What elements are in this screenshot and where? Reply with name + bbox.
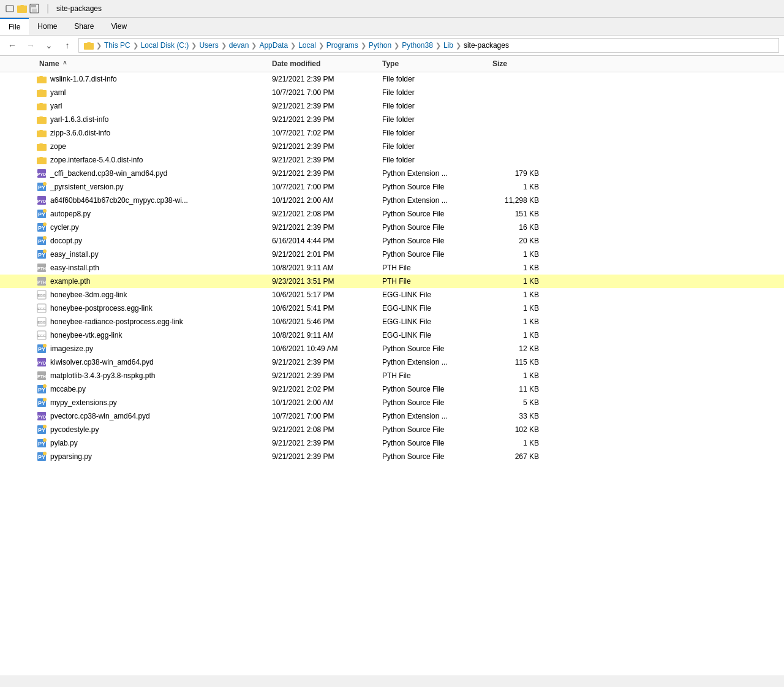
table-row[interactable]: PYD _cffi_backend.cp38-win_amd64.pyd 9/2… [0, 167, 784, 180]
breadcrumb-programs[interactable]: Programs [326, 41, 358, 50]
file-type-cell: PTH File [380, 277, 490, 286]
breadcrumb-sep-3: ❯ [221, 42, 227, 50]
table-row[interactable]: yarl 9/21/2021 2:39 PM File folder [0, 99, 784, 113]
table-row[interactable]: PY _pyrsistent_version.py 10/7/2021 7:00… [0, 180, 784, 194]
file-name-cell: zope.interface-5.4.0.dist-info [37, 155, 270, 165]
table-row[interactable]: wslink-1.0.7.dist-info 9/21/2021 2:39 PM… [0, 72, 784, 86]
breadcrumb-sep-4: ❯ [251, 42, 257, 50]
file-name-cell: EGG honeybee-vtk.egg-link [37, 330, 270, 340]
file-size-cell: 1 KB [490, 290, 551, 299]
ribbon-tabs: File Home Share View [0, 18, 784, 35]
file-date-cell: 9/21/2021 2:02 PM [270, 385, 380, 393]
file-name-cell: zipp-3.6.0.dist-info [37, 128, 270, 138]
file-name-text: easy_install.py [50, 250, 99, 259]
table-row[interactable]: PY mccabe.py 9/21/2021 2:02 PM Python So… [0, 382, 784, 396]
breadcrumb-local-disk[interactable]: Local Disk (C:) [141, 41, 189, 50]
file-type-cell: Python Extension ... [380, 196, 490, 205]
py-file-icon: PY [37, 182, 47, 192]
file-name-text: zope [50, 142, 66, 151]
table-row[interactable]: EGG honeybee-postprocess.egg-link 10/6/2… [0, 302, 784, 315]
file-size-cell: 179 KB [490, 169, 551, 178]
file-date-cell: 10/1/2021 2:00 AM [270, 398, 380, 407]
file-name-cell: PY docopt.py [37, 236, 270, 246]
file-size-cell: 33 KB [490, 412, 551, 420]
file-list-container[interactable]: Name ^ Date modified Type Size wslink-1.… [0, 56, 784, 675]
table-row[interactable]: EGG honeybee-radiance-postprocess.egg-li… [0, 315, 784, 328]
breadcrumb-devan[interactable]: devan [229, 41, 249, 50]
table-row[interactable]: PTH easy-install.pth 10/8/2021 9:11 AM P… [0, 261, 784, 275]
tab-view[interactable]: View [102, 18, 135, 35]
file-name-cell: yarl [37, 101, 270, 111]
file-type-cell: PTH File [380, 371, 490, 380]
breadcrumb-lib[interactable]: Lib [443, 41, 453, 50]
breadcrumb-local[interactable]: Local [298, 41, 316, 50]
tab-home[interactable]: Home [29, 18, 66, 35]
file-name-text: zipp-3.6.0.dist-info [50, 129, 110, 137]
file-date-cell: 10/6/2021 10:49 AM [270, 344, 380, 353]
table-row[interactable]: PTH example.pth 9/23/2021 3:51 PM PTH Fi… [0, 275, 784, 288]
col-header-name[interactable]: Name ^ [37, 58, 270, 69]
table-row[interactable]: zope 9/21/2021 2:39 PM File folder [0, 140, 784, 153]
file-date-cell: 10/6/2021 5:46 PM [270, 317, 380, 326]
table-row[interactable]: PY docopt.py 6/16/2014 4:44 PM Python So… [0, 234, 784, 248]
table-row[interactable]: zipp-3.6.0.dist-info 10/7/2021 7:02 PM F… [0, 126, 784, 140]
svg-text:PTH: PTH [37, 374, 46, 379]
egg-file-icon: EGG [37, 317, 47, 327]
file-name-cell: PY mccabe.py [37, 384, 270, 394]
table-row[interactable]: PYD pvectorc.cp38-win_amd64.pyd 10/7/202… [0, 409, 784, 423]
recent-button[interactable]: ⌄ [42, 38, 56, 53]
sort-arrow-icon: ^ [63, 61, 67, 67]
breadcrumb-sep-7: ❯ [361, 42, 366, 50]
file-name-cell: PY easy_install.py [37, 249, 270, 259]
file-size-cell: 1 KB [490, 277, 551, 286]
svg-text:PYD: PYD [37, 361, 46, 365]
file-size-cell: 267 KB [490, 452, 551, 461]
file-name-cell: PYD pvectorc.cp38-win_amd64.pyd [37, 411, 270, 421]
file-size-cell: 1 KB [490, 250, 551, 259]
table-row[interactable]: PY pyparsing.py 9/21/2021 2:39 PM Python… [0, 450, 784, 463]
file-date-cell: 10/7/2021 7:00 PM [270, 88, 380, 97]
table-row[interactable]: PY autopep8.py 9/21/2021 2:08 PM Python … [0, 207, 784, 221]
file-date-cell: 9/21/2021 2:39 PM [270, 75, 380, 83]
file-name-cell: EGG honeybee-postprocess.egg-link [37, 303, 270, 313]
breadcrumb-users[interactable]: Users [199, 41, 218, 50]
svg-text:PYD: PYD [37, 172, 46, 176]
col-header-date[interactable]: Date modified [270, 58, 380, 69]
up-button[interactable]: ↑ [60, 38, 75, 53]
table-row[interactable]: EGG honeybee-3dm.egg-link 10/6/2021 5:17… [0, 288, 784, 302]
file-name-text: pvectorc.cp38-win_amd64.pyd [50, 412, 150, 420]
svg-point-55 [43, 438, 47, 442]
back-button[interactable]: ← [5, 38, 20, 53]
tab-file[interactable]: File [0, 18, 29, 35]
table-row[interactable]: PY pycodestyle.py 9/21/2021 2:08 PM Pyth… [0, 423, 784, 436]
file-name-cell: PY pylab.py [37, 438, 270, 448]
table-row[interactable]: zope.interface-5.4.0.dist-info 9/21/2021… [0, 153, 784, 167]
table-row[interactable]: PY pylab.py 9/21/2021 2:39 PM Python Sou… [0, 436, 784, 450]
tab-share[interactable]: Share [66, 18, 102, 35]
breadcrumb-python38[interactable]: Python38 [402, 41, 433, 50]
table-row[interactable]: yaml 10/7/2021 7:00 PM File folder [0, 86, 784, 99]
table-row[interactable]: PYD a64f60bb4641b67cb20c_mypyc.cp38-wi..… [0, 194, 784, 207]
table-row[interactable]: PY mypy_extensions.py 10/1/2021 2:00 AM … [0, 396, 784, 409]
file-date-cell: 10/6/2021 5:41 PM [270, 304, 380, 313]
table-row[interactable]: EGG honeybee-vtk.egg-link 10/8/2021 9:11… [0, 328, 784, 342]
table-row[interactable]: PY imagesize.py 10/6/2021 10:49 AM Pytho… [0, 342, 784, 355]
file-name-text: honeybee-postprocess.egg-link [50, 304, 153, 313]
py-file-icon: PY [37, 222, 47, 232]
breadcrumb-appdata[interactable]: AppData [259, 41, 288, 50]
table-row[interactable]: PY easy_install.py 9/21/2021 2:01 PM Pyt… [0, 248, 784, 261]
breadcrumb-python[interactable]: Python [369, 41, 391, 50]
table-row[interactable]: PY cycler.py 9/21/2021 2:39 PM Python So… [0, 221, 784, 234]
breadcrumb-this-pc[interactable]: This PC [104, 41, 130, 50]
file-date-cell: 10/8/2021 9:11 AM [270, 331, 380, 340]
col-header-type[interactable]: Type [380, 58, 490, 69]
svg-text:PYD: PYD [37, 415, 46, 419]
col-header-size[interactable]: Size [490, 58, 551, 69]
table-row[interactable]: PYD kiwisolver.cp38-win_amd64.pyd 9/21/2… [0, 355, 784, 369]
forward-button[interactable]: → [23, 38, 38, 53]
svg-point-52 [43, 425, 47, 428]
py-file-icon: PY [37, 236, 47, 246]
table-row[interactable]: PTH matplotlib-3.4.3-py3.8-nspkg.pth 9/2… [0, 369, 784, 382]
table-row[interactable]: yarl-1.6.3.dist-info 9/21/2021 2:39 PM F… [0, 113, 784, 126]
file-name-text: yarl [50, 102, 62, 110]
